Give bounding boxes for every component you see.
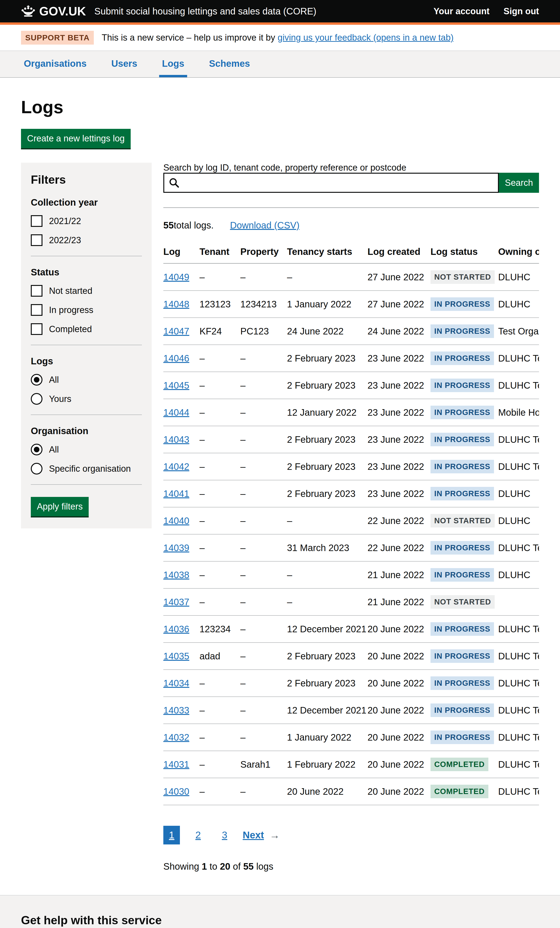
cell-property: – <box>240 345 287 372</box>
cell-log: 14034 <box>163 670 200 697</box>
primary-nav-list: OrganisationsUsersLogsSchemes <box>21 51 539 77</box>
cell-tenancy-starts: 24 June 2022 <box>287 317 368 345</box>
log-link[interactable]: 14042 <box>163 461 189 472</box>
log-link[interactable]: 14032 <box>163 732 189 742</box>
log-link[interactable]: 14031 <box>163 759 189 769</box>
cell-log: 14041 <box>163 480 200 507</box>
status-tag: COMPLETED <box>430 758 488 771</box>
radio-icon[interactable] <box>31 463 43 475</box>
cell-log: 14045 <box>163 372 200 399</box>
cell-tenant: – <box>200 345 240 372</box>
log-link[interactable]: 14049 <box>163 272 189 282</box>
download-csv-link[interactable]: Download (CSV) <box>230 220 300 230</box>
log-link[interactable]: 14045 <box>163 380 189 391</box>
checkbox-status-in-progress[interactable]: In progress <box>31 304 142 316</box>
option-label: Yours <box>49 394 72 404</box>
nav-item-users[interactable]: Users <box>108 58 140 77</box>
radio-organisation-all[interactable]: All <box>31 444 142 455</box>
service-name[interactable]: Submit social housing lettings and sales… <box>94 6 316 17</box>
filter-group-heading: Collection year <box>31 197 142 208</box>
table-row: 14040–––22 June 2022NOT STARTEDDLUHC <box>163 507 539 534</box>
cell-log-created: 20 June 2022 <box>368 778 430 805</box>
page-link-2[interactable]: 2 <box>190 826 206 844</box>
next-arrow-icon: → <box>270 829 280 841</box>
cell-tenant: – <box>200 426 240 453</box>
checkbox-icon[interactable] <box>31 215 43 227</box>
log-link[interactable]: 14037 <box>163 597 189 607</box>
checkbox-icon[interactable] <box>31 304 43 316</box>
showing-mid: to <box>209 861 217 872</box>
feedback-link[interactable]: giving us your feedback (opens in a new … <box>278 33 453 43</box>
cell-property: – <box>240 697 287 724</box>
radio-logs-yours[interactable]: Yours <box>31 393 142 405</box>
checkbox-status-not-started[interactable]: Not started <box>31 285 142 297</box>
showing-summary: Showing 1 to 20 of 55 logs <box>163 861 539 872</box>
log-link[interactable]: 14046 <box>163 353 189 363</box>
log-link[interactable]: 14043 <box>163 434 189 445</box>
cell-owning-organisation: Mobile Hou <box>498 399 539 426</box>
checkbox-collection-year-2021-22[interactable]: 2021/22 <box>31 215 142 227</box>
cell-tenant: – <box>200 724 240 751</box>
log-link[interactable]: 14033 <box>163 705 189 715</box>
govuk-logo[interactable]: GOV.UK <box>21 4 86 18</box>
showing-total: 55 <box>243 861 254 872</box>
checkbox-icon[interactable] <box>31 285 43 297</box>
radio-logs-all[interactable]: All <box>31 374 142 386</box>
nav-item-logs[interactable]: Logs <box>159 58 187 77</box>
log-link[interactable]: 14035 <box>163 651 189 661</box>
option-label: In progress <box>49 305 93 315</box>
checkbox-status-completed[interactable]: Completed <box>31 323 142 335</box>
cell-tenancy-starts: 12 December 2021 <box>287 615 368 643</box>
cell-tenant: – <box>200 670 240 697</box>
cell-owning-organisation: DLUHC Tes <box>498 426 539 453</box>
log-link[interactable]: 14044 <box>163 407 189 418</box>
cell-log-status: IN PROGRESS <box>430 345 498 372</box>
footer: Get help with this service Online helpde… <box>0 895 560 928</box>
apply-filters-button[interactable]: Apply filters <box>31 497 89 516</box>
log-link[interactable]: 14036 <box>163 624 189 634</box>
search-button[interactable]: Search <box>499 173 539 193</box>
search-input[interactable] <box>163 173 499 193</box>
nav-item-schemes[interactable]: Schemes <box>206 58 253 77</box>
cell-log-created: 22 June 2022 <box>368 507 430 534</box>
log-link[interactable]: 14041 <box>163 488 189 499</box>
radio-icon[interactable] <box>31 444 43 455</box>
checkbox-icon[interactable] <box>31 234 43 246</box>
cell-owning-organisation: DLUHC Tes <box>498 670 539 697</box>
total-logs-count: 55 <box>163 220 174 230</box>
cell-tenant: – <box>200 453 240 480</box>
table-row: 14046––2 February 202323 June 2022IN PRO… <box>163 345 539 372</box>
cell-log-created: 20 June 2022 <box>368 670 430 697</box>
total-logs-suffix: total logs. <box>174 220 214 230</box>
next-page-link[interactable]: Next <box>243 829 264 841</box>
status-tag: IN PROGRESS <box>430 541 494 554</box>
log-link[interactable]: 14040 <box>163 516 189 526</box>
page-link-3[interactable]: 3 <box>216 826 233 844</box>
log-link[interactable]: 14038 <box>163 570 189 580</box>
cell-tenant: 123123 <box>200 291 240 317</box>
cell-log: 14033 <box>163 697 200 724</box>
log-link[interactable]: 14047 <box>163 326 189 336</box>
sign-out-link[interactable]: Sign out <box>504 6 539 16</box>
radio-icon[interactable] <box>31 393 43 405</box>
log-link[interactable]: 14039 <box>163 543 189 553</box>
page-link-1-current[interactable]: 1 <box>163 826 180 844</box>
radio-icon[interactable] <box>31 374 43 386</box>
log-link[interactable]: 14034 <box>163 678 189 688</box>
cell-log-status: IN PROGRESS <box>430 670 498 697</box>
nav-item-organisations[interactable]: Organisations <box>21 58 89 77</box>
cell-tenant: – <box>200 697 240 724</box>
table-row: 14037–––21 June 2022NOT STARTED <box>163 588 539 615</box>
option-label: 2022/23 <box>49 235 81 245</box>
radio-organisation-specific-organisation[interactable]: Specific organisation <box>31 463 142 475</box>
create-lettings-log-button[interactable]: Create a new lettings log <box>21 129 131 148</box>
cell-log-status: IN PROGRESS <box>430 372 498 399</box>
log-link[interactable]: 14048 <box>163 299 189 309</box>
filter-group-heading: Organisation <box>31 426 142 436</box>
your-account-link[interactable]: Your account <box>433 6 490 16</box>
table-row: 14031–Sarah11 February 202220 June 2022C… <box>163 751 539 778</box>
checkbox-icon[interactable] <box>31 323 43 335</box>
checkbox-collection-year-2022-23[interactable]: 2022/23 <box>31 234 142 246</box>
log-link[interactable]: 14030 <box>163 786 189 797</box>
status-tag: IN PROGRESS <box>430 622 494 636</box>
